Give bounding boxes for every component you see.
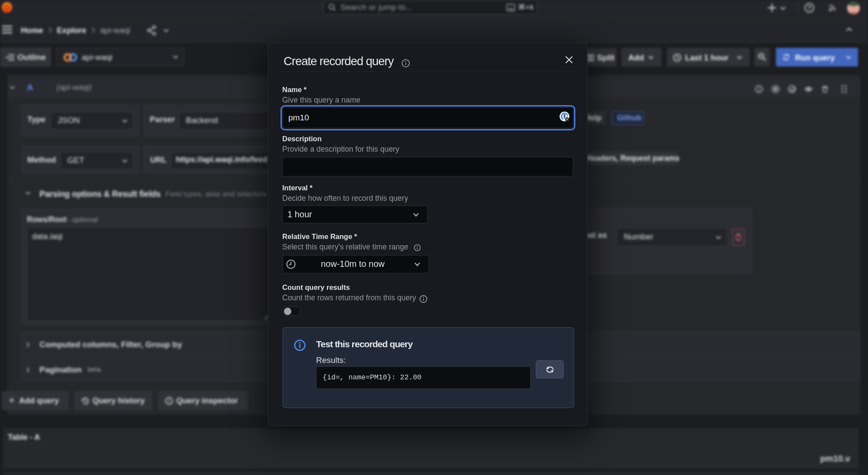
svg-text:?: ?: [808, 4, 812, 11]
